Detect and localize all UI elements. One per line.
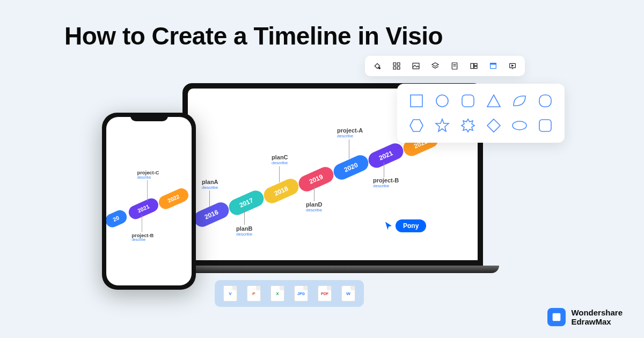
- cursor-icon: [384, 221, 393, 231]
- timeline-callout: planDdescribe: [306, 201, 323, 212]
- timeline-segment: 2022: [157, 186, 191, 211]
- timeline-segment: 2017: [226, 188, 266, 217]
- export-formats: V P X JPG PDF W: [215, 280, 364, 307]
- image-icon[interactable]: [411, 61, 421, 71]
- theme-icon[interactable]: [488, 61, 498, 71]
- timeline-callout: project-Bdescribe: [373, 177, 399, 188]
- svg-rect-1: [393, 63, 396, 65]
- shape-palette: [397, 84, 565, 143]
- callout-connector: [279, 166, 280, 182]
- svg-rect-4: [397, 67, 400, 69]
- callout-connector: [147, 180, 148, 201]
- edrawmax-logo-icon: [547, 308, 566, 326]
- callout-connector: [142, 215, 142, 232]
- layers-icon[interactable]: [430, 61, 440, 71]
- timeline-callout: planCdescribe: [272, 154, 288, 165]
- callout-connector: [314, 186, 314, 201]
- timeline-segment: 2020: [331, 152, 371, 182]
- format-jpg[interactable]: JPG: [294, 285, 308, 302]
- shape-leaf[interactable]: [510, 91, 529, 111]
- timeline-segment: 2021: [127, 196, 160, 222]
- shape-diamond[interactable]: [484, 116, 503, 135]
- timeline-segment: 2018: [261, 176, 301, 205]
- laptop-base: [166, 266, 499, 273]
- page-icon[interactable]: [450, 61, 459, 71]
- shape-circle[interactable]: [433, 91, 452, 111]
- shape-ellipse[interactable]: [510, 116, 529, 135]
- callout-connector: [349, 139, 349, 159]
- timeline-diagram-mobile: 20 2021 2022 project-Cdescribe project-B…: [106, 144, 192, 262]
- timeline-callout: planAdescribe: [202, 179, 218, 190]
- svg-rect-19: [539, 95, 551, 107]
- callout-connector: [384, 163, 384, 178]
- format-pdf[interactable]: PDF: [318, 285, 332, 302]
- timeline-segment: 20: [106, 208, 129, 230]
- phone-canvas: 20 2021 2022 project-Cdescribe project-B…: [106, 117, 192, 285]
- svg-rect-12: [491, 64, 496, 69]
- fill-icon[interactable]: [372, 61, 382, 71]
- svg-rect-11: [474, 67, 477, 69]
- shape-star[interactable]: [433, 116, 452, 135]
- timeline-segment: 2016: [192, 200, 231, 229]
- svg-rect-9: [471, 63, 473, 68]
- svg-rect-3: [393, 67, 396, 69]
- format-word[interactable]: W: [341, 285, 355, 302]
- timeline-segment: 2019: [296, 164, 336, 194]
- collaborator-cursor: Pony: [384, 219, 426, 232]
- svg-rect-18: [462, 95, 474, 107]
- shape-triangle[interactable]: [484, 91, 503, 111]
- svg-rect-21: [539, 120, 551, 131]
- shape-rounded-rect[interactable]: [536, 91, 555, 111]
- collaborator-name: Pony: [396, 219, 426, 232]
- svg-rect-16: [411, 95, 422, 107]
- shape-burst[interactable]: [458, 116, 478, 135]
- svg-point-20: [513, 121, 526, 130]
- arrange-icon[interactable]: [469, 61, 479, 71]
- format-powerpoint[interactable]: P: [247, 285, 261, 302]
- svg-rect-13: [491, 63, 496, 64]
- svg-point-17: [436, 95, 448, 107]
- page-title: How to Create a Timeline in Visio: [64, 21, 443, 50]
- timeline-callout: project-Adescribe: [337, 127, 363, 138]
- present-icon[interactable]: [508, 61, 517, 71]
- timeline-callout: project-Bdescribe: [131, 232, 153, 242]
- grid-icon[interactable]: [392, 61, 401, 71]
- shape-rounded-square[interactable]: [458, 91, 478, 111]
- phone-notch: [130, 113, 168, 121]
- phone-mockup: 20 2021 2022 project-Cdescribe project-B…: [102, 113, 196, 290]
- format-visio[interactable]: V: [223, 285, 237, 302]
- svg-rect-10: [474, 63, 477, 65]
- svg-point-0: [379, 68, 380, 69]
- brand-name: Wondershare EdrawMax: [571, 308, 623, 327]
- shape-rounded-square2[interactable]: [536, 116, 555, 135]
- shape-square[interactable]: [407, 91, 426, 111]
- toolbar: [365, 56, 525, 76]
- timeline-callout: planBdescribe: [236, 225, 253, 237]
- timeline-callout: project-Cdescribe: [137, 170, 159, 180]
- callout-connector: [244, 210, 245, 225]
- callout-connector: [209, 190, 210, 207]
- timeline-segment: 2021: [366, 141, 406, 170]
- brand-logo-block: Wondershare EdrawMax: [547, 308, 623, 327]
- shape-hexagon[interactable]: [407, 116, 426, 135]
- format-excel[interactable]: X: [270, 285, 284, 302]
- svg-rect-2: [397, 63, 400, 65]
